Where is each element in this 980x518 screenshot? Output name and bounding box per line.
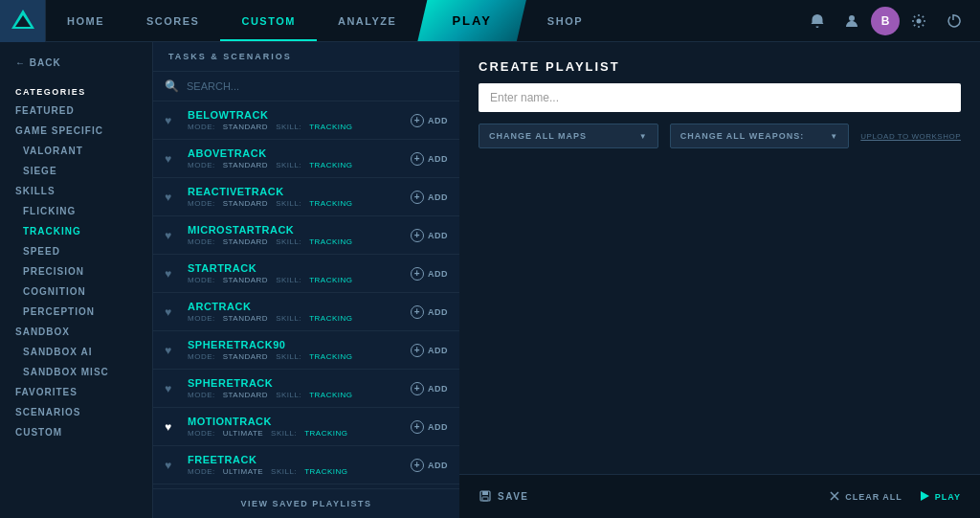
favorite-icon[interactable]: ♥ bbox=[165, 267, 180, 281]
task-meta: MODE: STANDARD SKILL: TRACKING bbox=[188, 237, 403, 246]
task-item: ♥ REACTIVETRACK MODE: STANDARD SKILL: TR… bbox=[153, 178, 459, 216]
add-button[interactable]: + ADD bbox=[411, 420, 448, 434]
add-button[interactable]: + ADD bbox=[411, 191, 448, 204]
nav-items: HOME SCORES CUSTOM ANALYZE PLAY SHOP bbox=[46, 0, 802, 41]
nav-shop[interactable]: SHOP bbox=[526, 0, 604, 41]
add-button[interactable]: + ADD bbox=[411, 229, 448, 242]
save-button[interactable]: SAVE bbox=[479, 489, 529, 505]
favorite-icon[interactable]: ♥ bbox=[165, 459, 180, 472]
power-icon[interactable] bbox=[938, 6, 969, 36]
task-item: ♥ FREETRACK MODE: ULTIMATE SKILL: TRACKI… bbox=[153, 446, 459, 484]
sidebar-item-sandbox[interactable]: SANDBOX bbox=[0, 322, 152, 342]
add-button[interactable]: + ADD bbox=[411, 305, 448, 319]
sidebar-item-scenarios[interactable]: SCENARIOS bbox=[0, 402, 152, 422]
task-info: FREETRACK MODE: ULTIMATE SKILL: TRACKING bbox=[188, 454, 403, 476]
sidebar-item-custom[interactable]: CUSTOM bbox=[0, 422, 152, 442]
task-list: ♥ BELOWTRACK MODE: STANDARD SKILL: TRACK… bbox=[153, 101, 459, 488]
task-info: STARTRACK MODE: STANDARD SKILL: TRACKING bbox=[188, 262, 403, 284]
tasks-panel: TASKS & SCENARIOS 🔍 ♥ BELOWTRACK MODE: S… bbox=[153, 42, 459, 518]
task-info: BELOWTRACK MODE: STANDARD SKILL: TRACKIN… bbox=[188, 109, 403, 131]
skill-value: TRACKING bbox=[309, 237, 352, 246]
right-header: CREATE PLAYLIST CHANGE ALL MAPS ▼ CHANGE… bbox=[459, 42, 980, 160]
favorite-icon[interactable]: ♥ bbox=[165, 420, 180, 434]
sidebar-item-sandbox-misc[interactable]: SANDBOX MISC bbox=[0, 362, 152, 382]
sidebar-item-tracking[interactable]: TRACKING bbox=[0, 221, 152, 241]
favorite-icon[interactable]: ♥ bbox=[165, 305, 180, 319]
mode-value: STANDARD bbox=[223, 352, 268, 361]
sidebar-item-favorites[interactable]: FAVORITES bbox=[0, 382, 152, 402]
change-all-maps-dropdown[interactable]: CHANGE ALL MAPS ▼ bbox=[479, 124, 658, 148]
sidebar-item-game-specific[interactable]: GAME SPECIFIC bbox=[0, 121, 152, 141]
favorite-icon[interactable]: ♥ bbox=[165, 344, 180, 357]
sidebar-item-valorant[interactable]: VALORANT bbox=[0, 141, 152, 161]
add-icon: + bbox=[411, 152, 424, 166]
add-button[interactable]: + ADD bbox=[411, 459, 448, 472]
avatar[interactable]: B bbox=[871, 7, 900, 35]
playlist-name-input[interactable] bbox=[479, 83, 961, 112]
add-label: ADD bbox=[428, 231, 448, 240]
favorite-icon[interactable]: ♥ bbox=[165, 229, 180, 242]
skill-label: SKILL: bbox=[276, 276, 301, 284]
skill-label: SKILL: bbox=[271, 429, 297, 438]
nav-custom[interactable]: CUSTOM bbox=[220, 0, 316, 41]
add-icon: + bbox=[411, 459, 424, 472]
save-label: SAVE bbox=[498, 491, 529, 502]
nav-play[interactable]: PLAY bbox=[417, 0, 525, 41]
task-item: ♥ ABOVETRACK MODE: STANDARD SKILL: TRACK… bbox=[153, 140, 459, 178]
task-item: ♥ MOTIONTRACK MODE: ULTIMATE SKILL: TRAC… bbox=[153, 408, 459, 446]
logo[interactable] bbox=[0, 0, 46, 42]
sidebar-item-precision[interactable]: PRECISION bbox=[0, 261, 152, 282]
add-icon: + bbox=[411, 382, 424, 395]
task-info: ABOVETRACK MODE: STANDARD SKILL: TRACKIN… bbox=[188, 147, 403, 169]
nav-scores[interactable]: SCORES bbox=[125, 0, 220, 41]
add-button[interactable]: + ADD bbox=[411, 267, 448, 281]
back-button[interactable]: ← BACK bbox=[0, 54, 152, 78]
sidebar-item-sandbox-ai[interactable]: SANDBOX AI bbox=[0, 342, 152, 362]
favorite-icon[interactable]: ♥ bbox=[165, 382, 180, 395]
view-saved-playlists-button[interactable]: VIEW SAVED PLAYLISTS bbox=[153, 488, 459, 518]
sidebar-item-featured[interactable]: FEATURED bbox=[0, 101, 152, 121]
task-name: MOTIONTRACK bbox=[188, 416, 403, 427]
add-button[interactable]: + ADD bbox=[411, 344, 448, 357]
nav-home[interactable]: HOME bbox=[46, 0, 125, 41]
clear-all-button[interactable]: CLEAR ALL bbox=[828, 489, 902, 505]
task-item: ♥ STARTRACK MODE: STANDARD SKILL: TRACKI… bbox=[153, 255, 459, 293]
sidebar-item-siege[interactable]: SIEGE bbox=[0, 161, 152, 181]
skill-label: SKILL: bbox=[276, 123, 301, 131]
sidebar-item-perception[interactable]: PERCEPTION bbox=[0, 302, 152, 322]
svg-point-2 bbox=[849, 15, 855, 21]
task-info: ARCTRACK MODE: STANDARD SKILL: TRACKING bbox=[188, 301, 403, 323]
task-item: ♥ BELOWTRACK MODE: STANDARD SKILL: TRACK… bbox=[153, 101, 459, 140]
mode-label: MODE: bbox=[188, 467, 215, 476]
sidebar-item-flicking[interactable]: FLICKING bbox=[0, 201, 152, 221]
nav-analyze[interactable]: ANALYZE bbox=[317, 0, 417, 41]
play-label: PLAY bbox=[935, 492, 961, 502]
favorite-icon[interactable]: ♥ bbox=[165, 191, 180, 204]
add-button[interactable]: + ADD bbox=[411, 114, 448, 127]
upload-workshop-link[interactable]: UPLOAD TO WORKSHOP bbox=[860, 132, 961, 141]
sidebar-item-speed[interactable]: SPEED bbox=[0, 241, 152, 261]
add-button[interactable]: + ADD bbox=[411, 382, 448, 395]
favorite-icon[interactable]: ♥ bbox=[165, 114, 180, 127]
task-info: REACTIVETRACK MODE: STANDARD SKILL: TRAC… bbox=[188, 186, 403, 208]
add-label: ADD bbox=[428, 116, 448, 125]
task-info: SPHERETRACK90 MODE: STANDARD SKILL: TRAC… bbox=[188, 339, 403, 361]
sidebar-item-cognition[interactable]: COGNITION bbox=[0, 282, 152, 302]
skill-label: SKILL: bbox=[271, 467, 297, 476]
sidebar-item-skills[interactable]: SKILLS bbox=[0, 181, 152, 201]
add-icon: + bbox=[411, 267, 424, 281]
play-button[interactable]: PLAY bbox=[918, 489, 961, 505]
notifications-icon[interactable] bbox=[802, 6, 833, 36]
user-icon[interactable] bbox=[836, 6, 867, 36]
task-name: SPHERETRACK90 bbox=[188, 339, 403, 350]
search-input[interactable] bbox=[187, 80, 448, 92]
mode-value: STANDARD bbox=[223, 161, 268, 169]
search-bar: 🔍 bbox=[153, 72, 459, 101]
favorite-icon[interactable]: ♥ bbox=[165, 152, 180, 166]
save-icon bbox=[479, 489, 492, 505]
add-button[interactable]: + ADD bbox=[411, 152, 448, 166]
settings-icon[interactable] bbox=[903, 6, 934, 36]
skill-label: SKILL: bbox=[276, 391, 301, 399]
skill-value: TRACKING bbox=[309, 276, 352, 284]
change-all-weapons-dropdown[interactable]: CHANGE ALL WEAPONS: ▼ bbox=[670, 124, 850, 148]
